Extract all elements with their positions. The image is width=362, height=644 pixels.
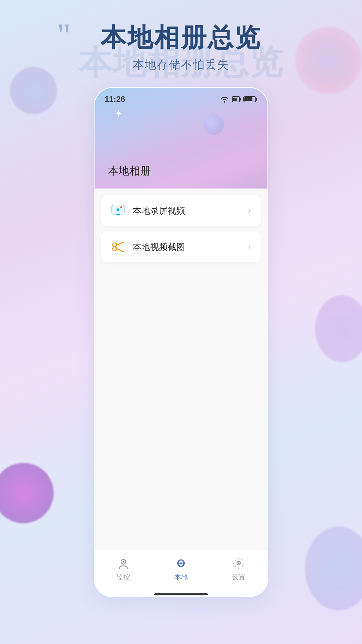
- menu-arrow-screen: ›: [248, 206, 251, 215]
- svg-point-16: [113, 247, 117, 251]
- menu-item-left-screenshot: 本地视频截图: [111, 241, 185, 253]
- page-header: 本地相册总览 本地存储不怕丢失: [47, 23, 315, 72]
- bg-blob-right-mid: [315, 295, 362, 362]
- monitor-icon: [116, 556, 131, 571]
- bg-blob-bottom-right: [305, 527, 362, 610]
- svg-line-17: [116, 242, 123, 246]
- album-title-in-phone: 本地相册: [108, 164, 151, 178]
- svg-point-15: [113, 243, 117, 247]
- menu-item-screen-record[interactable]: 本地录屏视频 ›: [101, 195, 261, 226]
- signal-icon: [232, 96, 241, 102]
- page-title: 本地相册总览: [47, 23, 315, 52]
- nav-item-local[interactable]: 本地: [174, 556, 188, 582]
- wifi-icon: [220, 96, 229, 103]
- svg-point-24: [180, 562, 182, 564]
- phone-mockup: 11:26: [94, 87, 268, 597]
- page-subtitle: 本地存储不怕丢失: [47, 57, 315, 72]
- scissors-icon: [111, 241, 126, 253]
- status-bar: 11:26: [95, 88, 267, 104]
- svg-rect-4: [235, 98, 237, 101]
- svg-rect-6: [256, 98, 257, 101]
- svg-point-0: [224, 101, 225, 103]
- phone-inner: 11:26: [95, 88, 267, 596]
- svg-point-11: [117, 209, 119, 211]
- local-icon: [174, 556, 188, 571]
- svg-rect-3: [233, 98, 235, 101]
- status-icons: [220, 96, 257, 103]
- svg-rect-2: [240, 98, 241, 101]
- nav-item-settings[interactable]: 设置: [231, 556, 246, 582]
- nav-label-settings: 设置: [232, 573, 245, 582]
- phone-content: 本地录屏视频 › 本地视频截图: [95, 189, 267, 550]
- svg-point-12: [120, 206, 122, 208]
- header-decoration-ball: [204, 115, 224, 135]
- bg-blob-bottom-left: [0, 463, 54, 523]
- svg-point-20: [123, 561, 124, 563]
- phone-header-bg: 11:26: [95, 88, 267, 189]
- nav-label-local: 本地: [174, 573, 188, 582]
- menu-item-video-screenshot[interactable]: 本地视频截图 ›: [101, 231, 261, 262]
- bg-blob-top-left: [10, 67, 57, 114]
- menu-item-left-screen: 本地录屏视频: [111, 205, 185, 217]
- menu-label-screen-record: 本地录屏视频: [133, 205, 185, 217]
- menu-label-video-screenshot: 本地视频截图: [133, 241, 185, 253]
- bottom-nav: 监控 本地: [95, 550, 267, 594]
- nav-label-monitor: 监控: [117, 573, 130, 582]
- svg-point-27: [238, 562, 240, 564]
- bottom-indicator: [95, 594, 267, 596]
- indicator-bar: [154, 593, 208, 595]
- settings-icon: [231, 556, 246, 571]
- menu-arrow-screenshot: ›: [248, 242, 251, 252]
- battery-icon: [243, 96, 257, 103]
- svg-line-18: [116, 248, 123, 252]
- screen-record-icon: [111, 205, 126, 217]
- header-sparkle: ✦: [115, 108, 122, 119]
- status-time: 11:26: [105, 95, 125, 104]
- svg-rect-7: [244, 97, 252, 101]
- nav-item-monitor[interactable]: 监控: [116, 556, 131, 582]
